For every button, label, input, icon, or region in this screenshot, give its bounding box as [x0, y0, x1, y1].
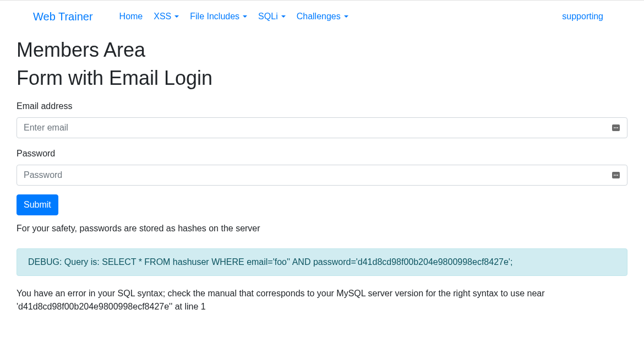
- sql-error-message: You have an error in your SQL syntax; ch…: [17, 287, 627, 313]
- nav-xss[interactable]: XSS: [149, 7, 183, 26]
- email-input[interactable]: [17, 117, 627, 138]
- chevron-down-icon: [344, 15, 348, 18]
- brand-link[interactable]: Web Trainer: [9, 5, 115, 28]
- email-label: Email address: [17, 100, 627, 113]
- page-title-1: Members Area: [17, 38, 627, 62]
- chevron-down-icon: [281, 15, 286, 18]
- nav-file-includes[interactable]: File Includes: [185, 7, 252, 26]
- chevron-down-icon: [243, 15, 247, 18]
- submit-button[interactable]: Submit: [17, 194, 58, 215]
- debug-alert: DEBUG: Query is: SELECT * FROM hashuser …: [17, 248, 627, 276]
- nav-home[interactable]: Home: [115, 7, 148, 26]
- password-input[interactable]: [17, 165, 627, 186]
- nav-label: SQLi: [258, 10, 278, 23]
- page-title-2: Form with Email Login: [17, 66, 627, 90]
- login-form: Email address Password Submit: [17, 100, 627, 215]
- email-group: Email address: [17, 100, 627, 138]
- nav-supporting[interactable]: supporting: [558, 7, 608, 26]
- nav-menu: Home XSS File Includes SQLi Challenges: [115, 7, 353, 26]
- nav-label: XSS: [154, 10, 171, 23]
- nav-label: File Includes: [190, 10, 239, 23]
- nav-challenges[interactable]: Challenges: [292, 7, 353, 26]
- password-label: Password: [17, 147, 627, 160]
- nav-sqli[interactable]: SQLi: [254, 7, 290, 26]
- input-suggestion-icon[interactable]: [612, 172, 620, 178]
- chevron-down-icon: [174, 15, 179, 18]
- main-container: Members Area Form with Email Login Email…: [0, 32, 644, 319]
- nav-label: Challenges: [297, 10, 341, 23]
- navbar: Web Trainer Home XSS File Includes SQLi: [0, 0, 644, 32]
- safety-notice: For your safety, passwords are stored as…: [17, 222, 627, 235]
- nav-label: Home: [119, 10, 143, 23]
- password-group: Password: [17, 147, 627, 186]
- input-suggestion-icon[interactable]: [612, 124, 620, 131]
